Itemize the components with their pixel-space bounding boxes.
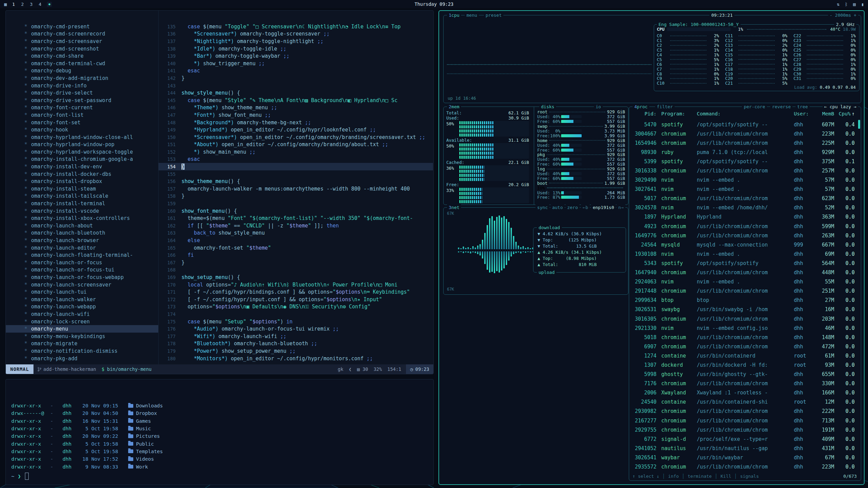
code-line[interactable]: 174: [159, 310, 433, 318]
file-item[interactable]: *omarchy-menu-keybindings: [6, 333, 158, 340]
process-row[interactable]: 2917448chromium/usr/lib/chromium/chromdh…: [632, 287, 857, 296]
code-line[interactable]: 139 *Bar*) omarchy-toggle-waybar ;;: [159, 52, 433, 60]
file-item[interactable]: *omarchy-install-dev-env: [6, 163, 158, 170]
workspace-button-4[interactable]: 4: [39, 2, 41, 7]
process-row[interactable]: 2167277chromium/usr/lib/chromium/chromdh…: [632, 416, 857, 425]
process-row[interactable]: 1897HyprlandHyprlanddhh363M0.0: [632, 212, 857, 222]
apps-grid-icon[interactable]: ▦: [4, 2, 7, 7]
cpu-box-title[interactable]: 1cpu: [447, 12, 461, 18]
code-line[interactable]: 135 case $(menu "Toggle" "□ Screensaver\…: [159, 23, 433, 30]
code-line[interactable]: 148 *Background*) omarchy-theme-bg-next …: [159, 119, 433, 126]
file-item[interactable]: *omarchy-launch-screensaver: [6, 281, 158, 289]
process-row[interactable]: 3016338chromium/usr/lib/chromium/chromdh…: [632, 166, 857, 175]
column-header[interactable]: User:: [794, 111, 814, 116]
footer-action[interactable]: signals: [740, 474, 759, 479]
process-row[interactable]: 3029490nvimnvim --embed .dhh57M0.0: [632, 176, 857, 185]
process-table-header[interactable]: Pid:Program:Command:User:MemBCpu%↑: [632, 111, 857, 116]
process-row[interactable]: 4923chromium/usr/lib/chromium/chromdhh59…: [632, 222, 857, 231]
file-item[interactable]: *omarchy-menu: [6, 325, 158, 333]
file-item[interactable]: *omarchy-install-xbox-controllers: [6, 214, 158, 222]
column-header[interactable]: Pid:: [632, 111, 659, 116]
process-row[interactable]: 3026531swaybg/usr/bin/swaybg -i /homdhh1…: [632, 305, 857, 314]
code-line[interactable]: 143: [159, 82, 433, 89]
column-header[interactable]: Program:: [659, 111, 697, 116]
process-row[interactable]: 98930rubypuma 7.1.0 (tcp://localdhh929M0…: [632, 148, 857, 157]
code-line[interactable]: 150 *Screensaver*) open_in_editor ~/.con…: [159, 134, 433, 141]
process-row[interactable]: 5998ghostty/usr/bin/ghostty --gtk-dhh655…: [632, 370, 857, 379]
process-row[interactable]: 1274containe/usr/bin/containerdroot61M0.…: [632, 351, 857, 360]
process-row[interactable]: 3024578nvimnvim --embed /home/dhh/dhh52M…: [632, 203, 857, 212]
workspace-button-3[interactable]: 3: [30, 2, 32, 7]
process-row[interactable]: 5399spotify/opt/spotify/spotify --dhh375…: [632, 157, 857, 166]
file-item[interactable]: *omarchy-drive-set-password: [6, 97, 158, 104]
file-item[interactable]: *omarchy-launch-about: [6, 222, 158, 229]
code-line[interactable]: 163 back_to show_style_menu: [159, 229, 433, 237]
process-row[interactable]: 3016305chromium/usr/lib/chromium/chromdh…: [632, 314, 857, 323]
code-line[interactable]: 145 case $(menu "Style" "✎ Theme\nA Font…: [159, 97, 433, 104]
process-row[interactable]: 5017chromium/usr/lib/chromium/chromdhh62…: [632, 194, 857, 203]
code-line[interactable]: 136 *Screensaver*) omarchy-toggle-screen…: [159, 30, 433, 38]
code-line[interactable]: 178 *Bluetooth*) omarchy-launch-bluetoot…: [159, 340, 433, 348]
file-item[interactable]: *omarchy-font-set: [6, 119, 158, 126]
file-item[interactable]: *omarchy-font-list: [6, 111, 158, 119]
file-item[interactable]: *omarchy-launch-browser: [6, 237, 158, 244]
process-row[interactable]: 5470spotify/opt/spotify/spotify --dhh607…: [632, 120, 857, 129]
active-window-indicator[interactable]: ●: [47, 2, 52, 7]
code-line[interactable]: 152 *) show_main_menu ;;: [159, 148, 433, 156]
code-line[interactable]: 166 fi: [159, 251, 433, 259]
file-item[interactable]: *omarchy-install-terminal: [6, 200, 158, 207]
code-line[interactable]: 147 *Font*) show_font_menu ;;: [159, 111, 433, 119]
code-line[interactable]: 180 *Monitors*) open_in_editor ~/.config…: [159, 355, 433, 362]
file-item[interactable]: *omarchy-hook: [6, 126, 158, 134]
code-line[interactable]: 171 [ -f ~/.config/hypr/bindings.conf ] …: [159, 288, 433, 296]
file-item[interactable]: *omarchy-install-steam: [6, 185, 158, 193]
file-item[interactable]: *omarchy-cmd-screenshot: [6, 45, 158, 53]
column-header[interactable]: MemB: [814, 111, 838, 116]
mem-box-title[interactable]: 2mem: [447, 104, 461, 110]
file-item[interactable]: *omarchy-cmd-screenrecord: [6, 30, 158, 38]
process-row[interactable]: 2006XwaylandXwayland :1 -rootless -dhh16…: [632, 388, 857, 398]
process-row[interactable]: 1654946chromium/usr/lib/chromium/chromdh…: [632, 138, 857, 148]
battery-icon[interactable]: ▮: [861, 2, 864, 7]
workspace-button-1[interactable]: 1: [12, 2, 15, 7]
process-row[interactable]: 6907chromium/usr/lib/chromium/chromdhh47…: [632, 342, 857, 351]
code-line[interactable]: 142}: [159, 74, 433, 82]
file-item[interactable]: *omarchy-cmd-present: [6, 23, 158, 30]
process-row[interactable]: 3027641nvimnvim --embed .dhh57M0.0: [632, 185, 857, 194]
code-line[interactable]: 173 options="$options\n▣ Defaults\n◉ DNS…: [159, 303, 433, 311]
code-line[interactable]: 168: [159, 266, 433, 274]
code-line[interactable]: 144show_style_menu() {: [159, 89, 433, 97]
file-item[interactable]: *omarchy-install-chromium-google-a: [6, 156, 158, 163]
footer-action[interactable]: Kill: [721, 474, 731, 479]
code-line[interactable]: 157 omarchy-launch-walker -m menus:omarc…: [159, 185, 433, 193]
code-line[interactable]: 175 case $(menu "Setup" "$options") in: [159, 318, 433, 325]
process-row[interactable]: 2935572chromium/usr/lib/chromium/chromdh…: [632, 462, 857, 470]
file-item[interactable]: *omarchy-launch-wifi: [6, 310, 158, 318]
network-arrows-icon[interactable]: ⇅: [837, 2, 840, 7]
file-item[interactable]: *omarchy-launch-tui: [6, 288, 158, 296]
footer-action[interactable]: terminate: [688, 474, 711, 479]
preset-button[interactable]: preset: [484, 12, 503, 18]
process-row[interactable]: 1930108nvimnvim --embed .dhh69M0.0: [632, 249, 857, 259]
file-item[interactable]: *omarchy-launch-or-focus-webapp: [6, 274, 158, 281]
file-item[interactable]: *omarchy-install-tailscale: [6, 193, 158, 200]
filter-button[interactable]: filter: [655, 104, 675, 110]
code-line[interactable]: 155: [159, 170, 433, 178]
process-row[interactable]: 2929755chromium/usr/lib/chromium/chromdh…: [632, 425, 857, 434]
process-row[interactable]: 6772signal-d/proc/self/exe --type=rdhh40…: [632, 434, 857, 444]
net-prev-iface[interactable]: ←b: [581, 205, 590, 210]
process-row[interactable]: 2921330nvimnvim --embed config.jsodhh46M…: [632, 323, 857, 333]
code-line[interactable]: 151 *About*) open_in_editor ~/.config/om…: [159, 141, 433, 149]
file-item[interactable]: *omarchy-launch-walker: [6, 296, 158, 303]
code-line[interactable]: 149 *Hyprland*) open_in_editor ~/.config…: [159, 126, 433, 134]
code-line[interactable]: 179 *Power*) show_setup_power_menu ;;: [159, 347, 433, 355]
column-header[interactable]: Cpu%↑: [838, 111, 857, 116]
file-item[interactable]: *omarchy-migrate: [6, 340, 158, 348]
net-auto-button[interactable]: auto: [551, 205, 565, 210]
process-row[interactable]: 3026541waybar/usr/bin/waybardhh67M0.0: [632, 453, 857, 462]
process-row[interactable]: 24540containe/usr/bin/containerd-shiroot…: [632, 398, 857, 407]
process-row[interactable]: 1649776chromium/usr/lib/chromium/chromdh…: [632, 231, 857, 240]
code-line[interactable]: 137 *Nightlight*) omarchy-toggle-nightli…: [159, 38, 433, 45]
process-row[interactable]: 5343spotify/opt/spotify/spotifydhh564M0.…: [632, 259, 857, 268]
process-row[interactable]: 3004667chromium/usr/lib/chromium/chromdh…: [632, 129, 857, 138]
